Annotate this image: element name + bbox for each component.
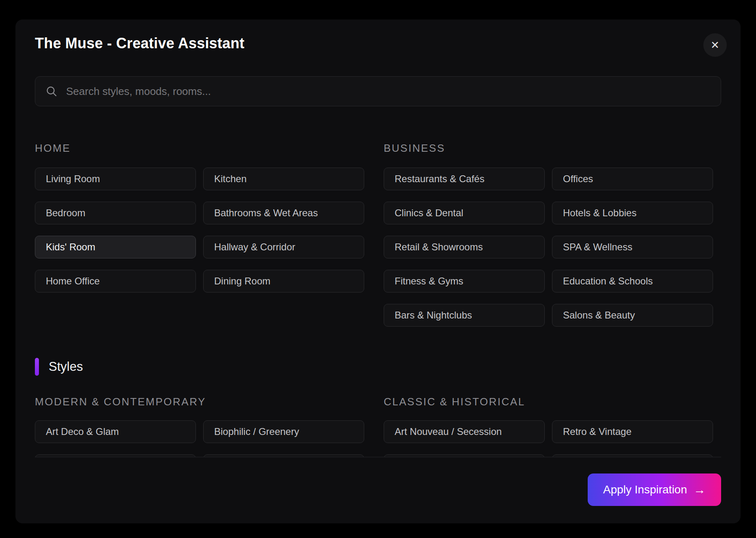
category-button[interactable]: Hotels & Lobbies bbox=[552, 202, 713, 224]
modal-body[interactable]: HOMELiving RoomKitchenBedroomBathrooms &… bbox=[35, 106, 721, 457]
button-grid-business: Restaurants & CafésOfficesClinics & Dent… bbox=[384, 168, 713, 327]
section-classic-historical: CLASSIC & HISTORICALArt Nouveau / Secess… bbox=[384, 396, 713, 457]
category-button[interactable]: Restaurants & Cafés bbox=[384, 168, 545, 190]
apply-inspiration-button[interactable]: Apply Inspiration → bbox=[588, 473, 721, 506]
search-icon bbox=[46, 86, 57, 97]
category-button[interactable]: Home Office bbox=[35, 270, 196, 293]
styles-heading: Styles bbox=[35, 357, 721, 376]
styles-accent-bar bbox=[35, 358, 39, 376]
category-button[interactable]: Fitness & Gyms bbox=[384, 270, 545, 293]
category-button[interactable]: Hallway & Corridor bbox=[203, 236, 364, 258]
category-button[interactable]: Living Room bbox=[35, 168, 196, 190]
category-button[interactable]: Clinics & Dental bbox=[384, 202, 545, 224]
styles-heading-label: Styles bbox=[49, 359, 83, 374]
section-business: BUSINESSRestaurants & CafésOfficesClinic… bbox=[384, 142, 713, 327]
section-modern-contemporary: MODERN & CONTEMPORARYArt Deco & GlamBiop… bbox=[35, 396, 364, 457]
category-button-clipped[interactable] bbox=[384, 454, 545, 457]
modal-footer: Apply Inspiration → bbox=[35, 457, 721, 510]
section-label-business: BUSINESS bbox=[384, 142, 713, 155]
button-grid-modern-contemporary: Art Deco & GlamBiophilic / Greenery bbox=[35, 420, 364, 457]
category-button-clipped[interactable] bbox=[552, 454, 713, 457]
category-button[interactable]: Kitchen bbox=[203, 168, 364, 190]
category-button[interactable]: Offices bbox=[552, 168, 713, 190]
page-title: The Muse - Creative Assistant bbox=[35, 35, 721, 52]
category-button[interactable]: Biophilic / Greenery bbox=[203, 420, 364, 443]
category-button[interactable]: SPA & Wellness bbox=[552, 236, 713, 258]
close-icon: ✕ bbox=[711, 40, 719, 50]
section-label-modern-contemporary: MODERN & CONTEMPORARY bbox=[35, 396, 364, 408]
search-input[interactable] bbox=[66, 85, 710, 98]
search-bar bbox=[35, 76, 721, 106]
section-label-classic-historical: CLASSIC & HISTORICAL bbox=[384, 396, 713, 408]
room-sections: HOMELiving RoomKitchenBedroomBathrooms &… bbox=[35, 142, 721, 327]
category-button[interactable]: Art Deco & Glam bbox=[35, 420, 196, 443]
category-button[interactable]: Retro & Vintage bbox=[552, 420, 713, 443]
category-button[interactable]: Bathrooms & Wet Areas bbox=[203, 202, 364, 224]
section-label-home: HOME bbox=[35, 142, 364, 155]
modal-header: The Muse - Creative Assistant ✕ bbox=[35, 19, 721, 54]
category-button[interactable]: Bars & Nightclubs bbox=[384, 304, 545, 327]
section-home: HOMELiving RoomKitchenBedroomBathrooms &… bbox=[35, 142, 364, 327]
category-button[interactable]: Salons & Beauty bbox=[552, 304, 713, 327]
creative-assistant-modal: The Muse - Creative Assistant ✕ HOMELivi… bbox=[15, 19, 741, 523]
button-grid-classic-historical: Art Nouveau / SecessionRetro & Vintage bbox=[384, 420, 713, 457]
button-grid-home: Living RoomKitchenBedroomBathrooms & Wet… bbox=[35, 168, 364, 293]
category-button-clipped[interactable] bbox=[35, 454, 196, 457]
style-sections: MODERN & CONTEMPORARYArt Deco & GlamBiop… bbox=[35, 396, 721, 457]
category-button[interactable]: Education & Schools bbox=[552, 270, 713, 293]
apply-inspiration-label: Apply Inspiration bbox=[603, 483, 687, 496]
category-button[interactable]: Kids' Room bbox=[35, 236, 196, 258]
category-button[interactable]: Art Nouveau / Secession bbox=[384, 420, 545, 443]
category-button-clipped[interactable] bbox=[203, 454, 364, 457]
arrow-right-icon: → bbox=[694, 484, 706, 496]
category-button[interactable]: Retail & Showrooms bbox=[384, 236, 545, 258]
close-button[interactable]: ✕ bbox=[703, 33, 727, 57]
category-button[interactable]: Bedroom bbox=[35, 202, 196, 224]
category-button[interactable]: Dining Room bbox=[203, 270, 364, 293]
